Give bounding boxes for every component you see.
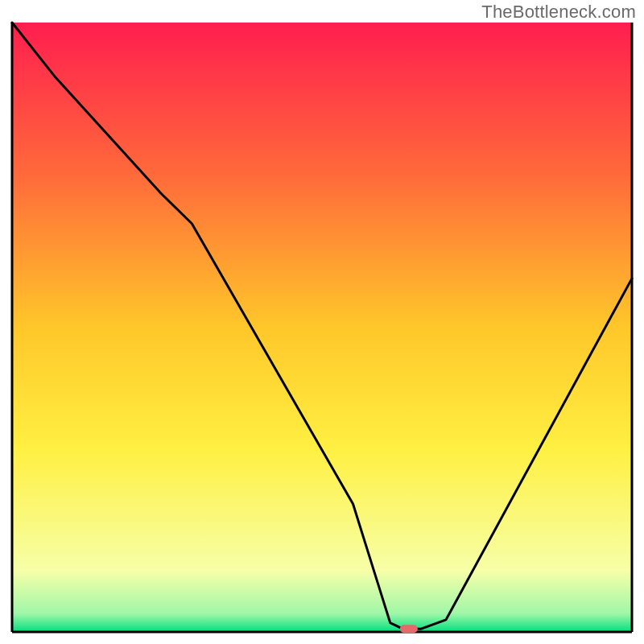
chart-container: TheBottleneck.com (0, 0, 644, 644)
optimal-marker (400, 625, 418, 633)
watermark-text: TheBottleneck.com (481, 2, 636, 23)
chart-background-gradient (12, 23, 632, 632)
bottleneck-chart (0, 0, 644, 644)
